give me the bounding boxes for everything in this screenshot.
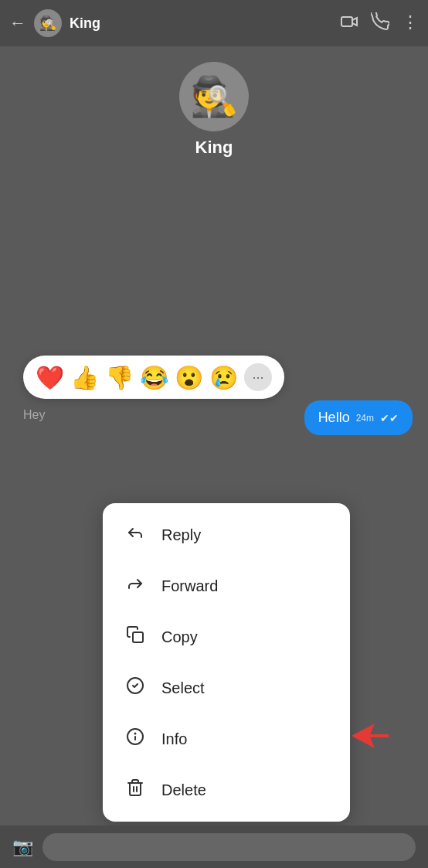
context-menu-delete[interactable]: Delete xyxy=(103,764,350,815)
voice-call-button[interactable] xyxy=(371,12,389,35)
reaction-surprised[interactable]: 😮 xyxy=(175,364,203,391)
forward-icon xyxy=(124,574,146,597)
reaction-cry[interactable]: 😢 xyxy=(209,364,238,391)
context-menu-select[interactable]: Select xyxy=(103,662,350,713)
reaction-thumbsdown[interactable]: 👎 xyxy=(105,364,134,391)
top-bar: ← 🕵️ King ⋮ xyxy=(0,0,428,46)
top-bar-actions: ⋮ xyxy=(340,12,419,35)
video-call-button[interactable] xyxy=(340,12,358,35)
message-timestamp: 24m xyxy=(356,413,374,424)
profile-section: 🕵️ King xyxy=(179,62,249,158)
info-icon xyxy=(124,727,146,751)
message-read-receipt: ✔✔ xyxy=(380,412,399,424)
copy-icon xyxy=(124,625,146,648)
reply-label: Reply xyxy=(161,526,201,544)
reaction-laugh[interactable]: 😂 xyxy=(140,364,168,391)
context-menu: Reply Forward Copy Select xyxy=(103,503,350,822)
svg-marker-6 xyxy=(352,723,389,748)
reaction-thumbsup[interactable]: 👍 xyxy=(70,364,99,391)
reaction-more-button[interactable]: ··· xyxy=(244,363,272,391)
contact-avatar: 🕵️ xyxy=(34,9,62,37)
back-button[interactable]: ← xyxy=(9,13,26,33)
bottom-bar: 📷 xyxy=(0,825,428,868)
select-label: Select xyxy=(161,679,205,697)
outgoing-message-text: Hello xyxy=(318,410,350,426)
reaction-bar: ❤️ 👍 👎 😂 😮 😢 ··· xyxy=(23,356,284,399)
forward-label: Forward xyxy=(161,577,218,595)
incoming-message: Hey xyxy=(23,408,45,422)
reaction-heart[interactable]: ❤️ xyxy=(36,364,64,391)
info-label: Info xyxy=(161,730,187,748)
delete-icon xyxy=(124,778,146,802)
reply-icon xyxy=(124,523,146,546)
info-arrow-indicator xyxy=(352,723,389,754)
copy-label: Copy xyxy=(161,628,198,646)
select-icon xyxy=(124,676,146,700)
delete-label: Delete xyxy=(161,781,206,799)
svg-rect-0 xyxy=(341,17,352,26)
context-menu-copy[interactable]: Copy xyxy=(103,611,350,662)
profile-avatar: 🕵️ xyxy=(179,62,249,131)
svg-rect-1 xyxy=(133,632,143,642)
context-menu-info[interactable]: Info xyxy=(103,713,350,764)
outgoing-message-bubble: Hello 24m ✔✔ xyxy=(304,400,413,435)
more-options-button[interactable]: ⋮ xyxy=(402,12,419,35)
message-input[interactable] xyxy=(42,833,416,861)
context-menu-forward[interactable]: Forward xyxy=(103,560,350,611)
contact-name: King xyxy=(70,15,332,32)
camera-icon[interactable]: 📷 xyxy=(12,837,33,857)
context-menu-reply[interactable]: Reply xyxy=(103,509,350,560)
profile-name: King xyxy=(195,138,233,158)
